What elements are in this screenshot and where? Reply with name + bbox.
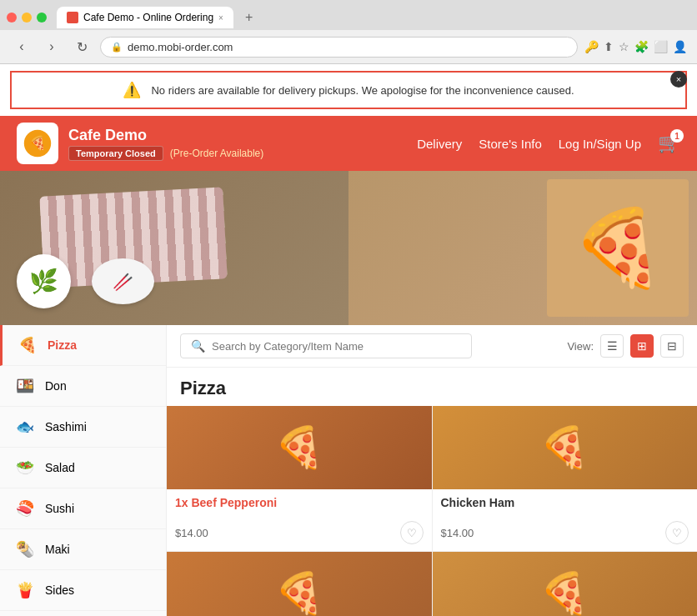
product-grid: 🍕 1x Beef Pepperoni $14.00 ♡ 🍕	[167, 406, 697, 616]
product-bottom-beef-pepperoni: $14.00 ♡	[167, 518, 432, 551]
traffic-light-red[interactable]	[7, 13, 17, 23]
forward-btn[interactable]: ›	[40, 35, 63, 58]
notification-text: No riders are available for delivery pic…	[151, 84, 574, 97]
sidebar-label-maki: Maki	[45, 543, 70, 556]
traffic-light-yellow[interactable]	[22, 13, 32, 23]
search-input[interactable]	[212, 340, 461, 353]
sidebar-item-dusun[interactable]: 🍶 Dusun	[0, 611, 166, 616]
view-list-btn[interactable]: ☰	[600, 334, 624, 358]
traffic-light-green[interactable]	[37, 13, 47, 23]
heart-btn-beef-pepperoni[interactable]: ♡	[400, 521, 424, 544]
browser-tabs: Cafe Demo - Online Ordering × +	[0, 0, 697, 30]
search-icon: 🔍	[191, 339, 205, 353]
traffic-lights	[7, 13, 47, 23]
plant-bowl: 🌿	[17, 254, 71, 308]
hero-banner: 🌿 🥢 🍕	[0, 171, 697, 325]
product-image-mushroom: 🍕	[433, 552, 698, 616]
product-name-beef-pepperoni: 1x Beef Pepperoni	[175, 496, 424, 509]
sidebar-item-pizza[interactable]: 🍕 Pizza	[0, 325, 166, 366]
sidebar-label-pizza: Pizza	[48, 338, 77, 352]
hero-left: 🌿 🥢	[0, 171, 348, 325]
product-image-beef-pepperoni: 🍕	[167, 406, 432, 489]
hero-content: 🌿 🥢 🍕	[0, 171, 697, 325]
sidebar-icon-sushi: 🍣	[13, 497, 37, 520]
sidebar-icon-don: 🍱	[13, 374, 37, 398]
product-image-half-n-half: 🍕	[167, 552, 432, 616]
puzzle-icon[interactable]: 🧩	[634, 40, 649, 53]
header-left: 🍕 Cafe Demo Temporary Closed (Pre-Order …	[17, 123, 263, 164]
hero-right: 🍕	[348, 171, 697, 325]
notification-close-btn[interactable]: ×	[670, 71, 687, 88]
logo: 🍕	[17, 123, 58, 164]
url-text: demo.mobi-order.com	[128, 41, 233, 53]
back-btn[interactable]: ‹	[10, 35, 33, 58]
heart-btn-chicken-ham[interactable]: ♡	[665, 521, 689, 544]
pizza-icon-1: 🍕	[167, 406, 432, 489]
product-details-beef-pepperoni: 1x Beef Pepperoni	[167, 489, 432, 518]
sidebar-item-sides[interactable]: 🍟 Sides	[0, 570, 166, 611]
brand-name: Cafe Demo	[68, 127, 263, 144]
product-image-chicken-ham: 🍕	[433, 406, 698, 489]
site-header: 🍕 Cafe Demo Temporary Closed (Pre-Order …	[0, 116, 697, 171]
sidebar-label-sides: Sides	[45, 583, 74, 597]
new-tab-btn[interactable]: +	[237, 5, 261, 30]
pizza-icon-2: 🍕	[433, 406, 698, 489]
content-toolbar: 🔍 View: ☰ ⊞ ⊟	[167, 325, 697, 368]
brand-status: Temporary Closed (Pre-Order Available)	[68, 146, 263, 161]
header-nav: Delivery Store's Info Log In/Sign Up 🛒 1	[417, 133, 680, 154]
delivery-link[interactable]: Delivery	[417, 137, 462, 151]
product-card-beef-pepperoni[interactable]: 🍕 1x Beef Pepperoni $14.00 ♡	[167, 406, 433, 551]
category-title: Pizza	[167, 368, 697, 406]
product-card-half-n-half[interactable]: 🍕 Half n Half $14.00 Best Seller ♡	[167, 552, 433, 616]
sidebar-item-sushi[interactable]: 🍣 Sushi	[0, 488, 166, 529]
sidebar-icon-maki: 🌯	[13, 538, 37, 561]
star-icon[interactable]: ☆	[619, 40, 629, 53]
warning-icon: ⚠️	[123, 81, 141, 99]
profile-icon[interactable]: 👤	[673, 40, 687, 53]
pizza-icon-3: 🍕	[167, 552, 432, 616]
notification-wrapper: ⚠️ No riders are available for delivery …	[0, 64, 697, 116]
product-row-1: 🍕 1x Beef Pepperoni $14.00 ♡ 🍕	[167, 406, 697, 552]
cart-button[interactable]: 🛒 1	[658, 133, 680, 154]
sidebar-icon-salad: 🥗	[13, 456, 37, 479]
brand-info: Cafe Demo Temporary Closed (Pre-Order Av…	[68, 127, 263, 161]
sidebar-label-sashimi: Sashimi	[45, 420, 87, 433]
url-bar[interactable]: 🔒 demo.mobi-order.com	[100, 37, 578, 58]
view-grid-btn[interactable]: ⊞	[630, 334, 654, 358]
product-price-chicken-ham: $14.00	[441, 527, 474, 539]
browser-tab-active[interactable]: Cafe Demo - Online Ordering ×	[57, 7, 233, 28]
product-row-2: 🍕 Half n Half $14.00 Best Seller ♡	[167, 552, 697, 616]
stores-info-link[interactable]: Store's Info	[479, 137, 541, 151]
product-name-chicken-ham: Chicken Ham	[441, 496, 689, 509]
key-icon[interactable]: 🔑	[584, 40, 599, 53]
share-icon[interactable]: ⬆	[604, 40, 614, 53]
product-card-mushroom[interactable]: 🍕 Mushroom $12.00 Best Seller ♡	[433, 552, 698, 616]
sidebar-icon-pizza: 🍕	[16, 333, 39, 357]
sidebar-label-salad: Salad	[45, 461, 75, 474]
product-card-chicken-ham[interactable]: 🍕 Chicken Ham $14.00 ♡	[433, 406, 698, 551]
browser-actions: 🔑 ⬆ ☆ 🧩 ⬜ 👤	[584, 40, 687, 53]
sidebar-item-sashimi[interactable]: 🐟 Sashimi	[0, 407, 166, 448]
pizza-box: 🍕	[547, 179, 689, 317]
sidebar-item-don[interactable]: 🍱 Don	[0, 366, 166, 407]
browser-controls: ‹ › ↻ 🔒 demo.mobi-order.com 🔑 ⬆ ☆ 🧩 ⬜ 👤	[0, 30, 697, 63]
tab-close-btn[interactable]: ×	[218, 13, 223, 23]
sidebar-icon-sashimi: 🐟	[13, 415, 37, 438]
view-label: View:	[567, 340, 594, 353]
plate-decoration: 🥢	[92, 258, 154, 304]
view-large-btn[interactable]: ⊟	[660, 334, 684, 358]
notification-bar: ⚠️ No riders are available for delivery …	[10, 71, 687, 109]
browser-chrome: Cafe Demo - Online Ordering × + ‹ › ↻ 🔒 …	[0, 0, 697, 64]
cart-badge: 1	[670, 129, 684, 143]
login-link[interactable]: Log In/Sign Up	[559, 137, 641, 151]
sidebar-label-don: Don	[45, 379, 67, 393]
tab-favicon	[67, 12, 78, 23]
view-controls: View: ☰ ⊞ ⊟	[567, 334, 684, 358]
window-icon[interactable]: ⬜	[654, 40, 668, 53]
search-box[interactable]: 🔍	[180, 333, 472, 358]
reload-btn[interactable]: ↻	[70, 35, 93, 58]
main-container: 🍕 Pizza 🍱 Don 🐟 Sashimi 🥗 Salad 🍣 Sushi …	[0, 325, 697, 616]
pizza-icon-4: 🍕	[433, 552, 698, 616]
sidebar-item-salad[interactable]: 🥗 Salad	[0, 448, 166, 488]
sidebar-item-maki[interactable]: 🌯 Maki	[0, 529, 166, 570]
